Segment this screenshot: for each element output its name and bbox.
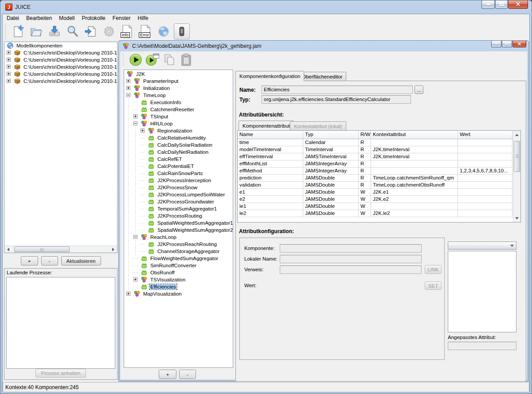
expand-plus-icon[interactable] (126, 292, 130, 296)
tree-node-label[interactable]: J2KProcessGroundwater (156, 199, 215, 204)
model-tree-node[interactable]: Initialization (124, 85, 233, 92)
model-tree-node[interactable]: J2KProcessRouting (124, 212, 233, 219)
copy-button[interactable] (162, 52, 177, 67)
attribute-listbox[interactable] (448, 251, 516, 332)
tree-node-label[interactable]: CalcPotentialET (156, 164, 195, 169)
expand-plus-icon[interactable] (7, 51, 11, 55)
model-tree-node[interactable]: SpatialWeightedSumAggregator1 (124, 219, 233, 226)
tree-node-label[interactable]: TimeLoop (142, 93, 167, 98)
tree-node-label[interactable]: CalcRelativeHumidity (156, 135, 207, 140)
web-button[interactable] (156, 23, 172, 39)
tree-node-label[interactable]: C:\Users\chris\Desktop\Vorlesung 2010-12 (23, 71, 117, 77)
menu-item-fenster[interactable]: Fenster (109, 15, 134, 22)
tree-node-label[interactable]: ObsRunoff (149, 270, 176, 275)
tree-node-label[interactable]: MapVisualization (142, 291, 183, 296)
collapse-minus-icon[interactable] (126, 93, 130, 97)
tree-node-label[interactable]: ReachLoop (149, 234, 177, 240)
model-tree-node[interactable]: TSVisualization (124, 276, 233, 283)
model-window-titlebar[interactable]: C:\Arbeit\ModelData\JAMS-Gehlberg\j2k_ge… (119, 41, 528, 51)
model-minimize-button[interactable] (491, 41, 501, 47)
model-tree-node[interactable]: TemporalSumAggregator1 (124, 205, 233, 212)
refresh-button[interactable]: Aktualisieren (61, 256, 101, 265)
column-header-wert[interactable]: Wert (458, 131, 512, 139)
tree-node-label[interactable]: TSInput (149, 114, 169, 119)
model-tree-node[interactable]: ChannelStorageAggregator (124, 248, 233, 255)
maximize-button[interactable] (495, 0, 508, 9)
run-model-gui-button[interactable] (145, 52, 160, 67)
tree-node-label[interactable]: J2KProcessSnow (156, 185, 198, 190)
tree-node-label[interactable]: SpatialWeightedSumAggregator1 (156, 220, 233, 226)
menu-item-hilfe[interactable]: Hilfe (134, 15, 152, 22)
tree-node-label[interactable]: ChannelStorageAggregator (156, 249, 220, 254)
search-button[interactable] (65, 23, 81, 39)
table-row[interactable]: e2JAMSDoubleWJ2K.e2 (238, 196, 520, 203)
tree-node-label[interactable]: CalcRefET (156, 156, 183, 162)
import-model-button[interactable] (83, 23, 99, 39)
settings-button[interactable] (101, 23, 117, 39)
tree-node-label[interactable]: TSVisualization (149, 277, 186, 282)
library-tree-item[interactable]: C:\Users\chris\Desktop\Vorlesung 2010-12 (4, 63, 117, 70)
expand-plus-icon[interactable] (7, 79, 11, 83)
model-tree-node[interactable]: ExecutionInfo (124, 99, 233, 106)
model-tree-node[interactable]: SpatialWeightedSumAggregator2 (124, 226, 233, 234)
name-browse-button[interactable]: ... (415, 86, 423, 94)
scroll-down-button[interactable] (513, 215, 520, 221)
library-tree-item[interactable]: C:\Users\chris\Desktop\Vorlesung 2010-12 (4, 70, 117, 78)
column-header-kontextattribut[interactable]: Kontextattribut (371, 131, 458, 139)
new-model-button[interactable] (10, 23, 26, 39)
table-row[interactable]: timeCalendarR (238, 139, 520, 146)
model-tree-node[interactable]: J2KProcessLumpedSoilWater (124, 191, 233, 198)
table-row[interactable]: modelTimeIntervalTimeIntervalRJ2K.timeIn… (238, 146, 520, 153)
model-tree-node[interactable]: CalcRefET (124, 156, 233, 163)
tree-node-label[interactable]: J2K (135, 71, 146, 77)
tree-node-label[interactable]: HRULoop (149, 121, 174, 126)
model-tree-node[interactable]: Regionalization (124, 127, 233, 134)
model-tree-node[interactable]: SimRunoffConverter (124, 262, 233, 269)
add-library-button[interactable]: + (21, 256, 38, 265)
table-row[interactable]: effMonthListJAMSIntegerArrayR (238, 160, 520, 168)
model-tree-node[interactable]: CalcRelativeHumidity (124, 134, 233, 141)
expand-plus-icon[interactable] (126, 86, 130, 90)
tree-node-label[interactable]: CalcDailyNetRadiation (156, 149, 209, 155)
tab-kontextattribut[interactable]: Kontextattribut (lokal) (290, 121, 346, 130)
collapse-minus-icon[interactable] (133, 121, 137, 125)
model-tree-node[interactable]: CalcDailyNetRadiation (124, 148, 233, 156)
menu-item-modell[interactable]: Modell (55, 15, 78, 22)
expand-plus-icon[interactable] (7, 72, 11, 76)
model-components-root[interactable]: Modellkomponenten (4, 42, 117, 49)
model-tree-node[interactable]: J2KProcessSnow (124, 184, 233, 191)
model-tree-node[interactable]: CatchmentResetter (124, 106, 233, 113)
model-tree-node[interactable]: J2KProcessGroundwater (124, 198, 233, 205)
toolbar-drag-handle[interactable] (4, 24, 7, 39)
expand-plus-icon[interactable] (133, 114, 137, 118)
tree-node-label[interactable]: Initialization (142, 86, 171, 91)
expand-plus-icon[interactable] (7, 58, 11, 62)
model-tree-node[interactable]: HRULoop (124, 120, 233, 127)
table-row[interactable]: validationJAMSDoubleRTimeLoop.catchmentO… (238, 182, 520, 189)
tree-node-label[interactable]: SpatialWeightedSumAggregator2 (156, 227, 233, 233)
table-row[interactable]: predictionJAMSDoubleRTimeLoop.catchmentS… (238, 175, 520, 182)
verweis-field[interactable] (280, 265, 422, 274)
device-button[interactable] (174, 23, 190, 39)
tree-node-label[interactable]: Efficiencies (149, 284, 177, 289)
tree-node-label[interactable]: CalcRainSnowParts (156, 171, 203, 176)
tree-node-label[interactable]: Regionalization (156, 128, 193, 133)
model-tree-node[interactable]: ObsRunoff (124, 269, 233, 276)
close-button[interactable]: ✕ (508, 0, 528, 9)
main-titlebar[interactable]: J JUICE ✕ (0, 0, 532, 14)
model-restore-button[interactable] (502, 41, 512, 47)
model-tree-node[interactable]: CalcRainSnowParts (124, 170, 233, 177)
link-button[interactable]: LINK (425, 265, 442, 274)
model-close-button[interactable]: ✕ (512, 41, 526, 47)
table-row[interactable]: le1JAMSDoubleW (238, 203, 520, 210)
tree-node-label[interactable]: FlowWeightedSumAggregator (149, 256, 219, 261)
tree-node-label[interactable]: ParameterInput (142, 78, 179, 84)
tree-node-label[interactable]: ExecutionInfo (149, 100, 182, 105)
model-tree-node[interactable]: J2KProcessInterception (124, 177, 233, 184)
komponente-field[interactable] (280, 244, 422, 253)
model-tree-node[interactable]: CalcPotentialET (124, 163, 233, 170)
model-tree-node[interactable]: ReachLoop (124, 234, 233, 241)
column-header-typ[interactable]: Typ (303, 131, 359, 139)
paste-button[interactable] (179, 52, 194, 67)
tree-node-label[interactable]: J2KProcessRouting (156, 213, 203, 218)
